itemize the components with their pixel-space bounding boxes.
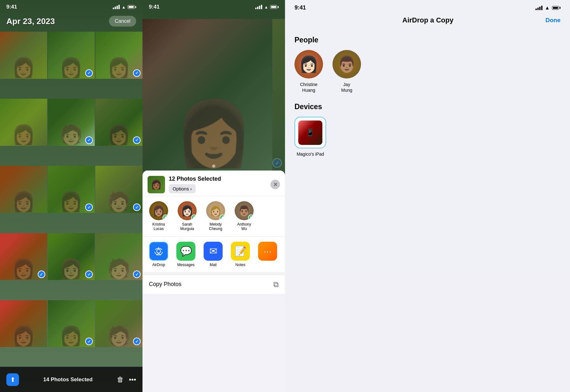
photo-cell-4[interactable]: 👩🏾: [0, 99, 47, 146]
photo-cell-14[interactable]: 👩🏾 ✓: [48, 300, 95, 347]
ipad-name: Magico's iPad: [297, 152, 324, 157]
share-header-info: 12 Photos Selected Options ›: [169, 176, 267, 193]
app-notes[interactable]: 📝 Notes: [229, 242, 251, 267]
msg-badge-sarah: 💬: [191, 215, 197, 220]
avatar-christine: 👩🏻: [294, 50, 323, 78]
avatar-kristina: 👩🏽 💬: [149, 201, 168, 220]
person-christine[interactable]: 👩🏻 ChristineHuang: [294, 50, 323, 93]
check-badge-9: ✓: [133, 203, 141, 211]
app-airdrop[interactable]: AirDrop: [148, 242, 170, 267]
photo-cell-6[interactable]: 👩🏾 ✓: [95, 99, 142, 146]
options-label: Options: [173, 186, 189, 191]
ipad-icon-box: 📱: [294, 117, 326, 148]
notes-icon: 📝: [231, 242, 250, 261]
photo-cell-11[interactable]: 👩🏽 ✓: [48, 233, 95, 280]
photo-cell-1[interactable]: 👩🏾: [0, 32, 47, 79]
photo-cell-10[interactable]: 👩🏾 ✓: [0, 233, 47, 280]
app-messages[interactable]: 💬 Messages: [175, 242, 197, 267]
airdrop-label: AirDrop: [152, 263, 165, 267]
phone-3-airdrop: 9:41 ▲ AirDrop a Copy Done: [285, 0, 570, 392]
devices-section-title: Devices: [294, 103, 560, 111]
app-more[interactable]: ···: [256, 242, 279, 267]
wifi-icon-1: ▲: [122, 5, 126, 9]
mail-label: Mail: [210, 263, 217, 267]
people-row: 👩🏻 ChristineHuang 👨🏽 JayMung: [294, 50, 560, 93]
photo-cell-13[interactable]: 👩🏾: [0, 300, 47, 347]
photos-toolbar: ⬆ 14 Photos Selected 🗑 •••: [0, 367, 142, 392]
cancel-button[interactable]: Cancel: [109, 16, 136, 27]
app-mail[interactable]: ✉ Mail: [202, 242, 224, 267]
contact-sarah[interactable]: 👩🏻 💬 SarahMurguia: [176, 201, 198, 231]
photo-cell-15[interactable]: 🧑🏽 ✓: [95, 300, 142, 347]
battery-icon-3: [552, 6, 560, 10]
airdrop-icon: [149, 242, 168, 261]
contact-anthony[interactable]: 👨🏽 💬 AnthonyWu: [233, 201, 255, 231]
photos-date: Apr 23, 2023: [6, 16, 55, 26]
time-1: 9:41: [6, 4, 17, 10]
device-ipad[interactable]: 📱 Magico's iPad: [294, 117, 326, 157]
share-button[interactable]: ⬆: [6, 373, 19, 386]
photo-grid: 👩🏾 👩🏾 ✓ 👩🏾 ✓ 👩🏾 🧑🏽 ✓ 👩🏾 ✓ 👩🏾 👩🏾: [0, 32, 142, 367]
options-button[interactable]: Options ›: [169, 184, 196, 193]
wifi-icon-2: ▲: [264, 5, 268, 9]
close-button[interactable]: ✕: [270, 180, 280, 189]
person-jay[interactable]: 👨🏽 JayMung: [332, 50, 361, 93]
battery-icon-1: [128, 5, 136, 9]
avatar-sarah: 👩🏻 💬: [178, 201, 197, 220]
more-button[interactable]: •••: [129, 376, 136, 384]
photo-cell-2[interactable]: 👩🏾 ✓: [48, 32, 95, 79]
check-badge-10: ✓: [38, 271, 45, 278]
mail-icon: ✉: [204, 242, 223, 261]
airdrop-title: AirDrop a Copy: [402, 16, 453, 24]
share-panel-header: 👩🏾 12 Photos Selected Options › ✕: [142, 171, 285, 196]
msg-badge-kristina: 💬: [162, 215, 168, 220]
done-button[interactable]: Done: [545, 17, 560, 24]
msg-badge-melody: 💬: [219, 215, 225, 220]
phone-2-share: 9:41 ▲ 👩🏾 ✓ ✓: [142, 0, 285, 392]
contact-melody[interactable]: 👩🏼 💬 MelodyCheung: [205, 201, 227, 231]
contact-kristina[interactable]: 👩🏽 💬 KristinaLucas: [148, 201, 170, 231]
people-section-title: People: [294, 36, 560, 44]
signal-icon-1: [113, 5, 120, 9]
status-bar-3: 9:41 ▲: [285, 0, 570, 14]
check-badge-2: ✓: [85, 69, 93, 77]
name-anthony: AnthonyWu: [237, 222, 251, 231]
msg-badge-anthony: 💬: [248, 215, 254, 220]
share-header-title: 12 Photos Selected: [169, 176, 267, 182]
apps-row: AirDrop 💬 Messages ✉ Mail 📝 Notes ···: [142, 236, 285, 272]
ipad-screen: 📱: [298, 121, 323, 145]
trash-button[interactable]: 🗑: [117, 376, 124, 384]
copy-photos-row[interactable]: Copy Photos ⧉: [142, 275, 285, 294]
status-icons-2: ▲: [255, 5, 279, 9]
name-melody: MelodyCheung: [209, 222, 222, 231]
photo-cell-5[interactable]: 🧑🏽 ✓: [48, 99, 95, 146]
name-jay: JayMung: [341, 82, 352, 93]
status-bar-1: 9:41 ▲: [0, 0, 142, 12]
avatar-anthony: 👨🏽 💬: [235, 201, 254, 220]
photo-cell-9[interactable]: 🧑🏽 ✓: [95, 166, 142, 213]
share-main-photo: 👩🏾 ✓: [142, 19, 285, 171]
photo-cell-3[interactable]: 👩🏾 ✓: [95, 32, 142, 79]
photo-cell-7[interactable]: 👩🏾: [0, 166, 47, 213]
photo-cell-8[interactable]: 👩🏾 ✓: [48, 166, 95, 213]
notes-label: Notes: [235, 263, 245, 267]
photos-count: 14 Photos Selected: [43, 376, 93, 383]
devices-row: 📱 Magico's iPad: [294, 117, 560, 157]
photo-cell-12[interactable]: 🧑🏽 ✓: [95, 233, 142, 280]
time-2: 9:41: [149, 4, 160, 10]
check-badge-3: ✓: [133, 69, 141, 77]
battery-icon-2: [270, 5, 279, 9]
status-bar-2: 9:41 ▲: [142, 0, 285, 12]
wifi-icon-3: ▲: [545, 5, 550, 11]
name-sarah: SarahMurguia: [180, 222, 194, 231]
time-3: 9:41: [294, 4, 306, 11]
share-thumb: 👩🏾: [148, 176, 165, 193]
airdrop-sheet: 9:41 ▲ AirDrop a Copy Done: [285, 0, 570, 392]
avatar-melody: 👩🏼 💬: [206, 201, 225, 220]
copy-photos-icon: ⧉: [273, 280, 279, 289]
airdrop-nav: AirDrop a Copy Done: [285, 14, 570, 29]
more-apps-icon: ···: [258, 242, 277, 261]
copy-photos-label: Copy Photos: [149, 281, 181, 288]
avatar-jay: 👨🏽: [332, 50, 361, 78]
check-badge-6: ✓: [133, 136, 141, 144]
